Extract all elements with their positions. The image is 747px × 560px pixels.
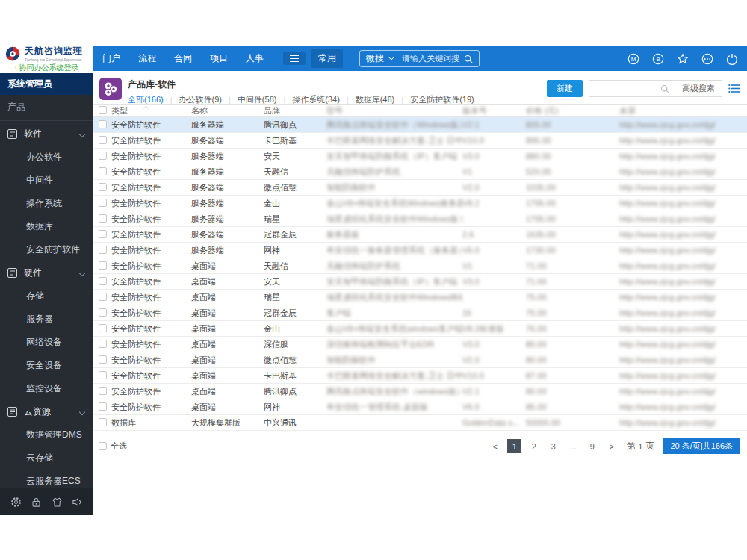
table-row[interactable]: 安全防护软件服务器端腾讯御点腾讯御点终端安全软件（Windows版）V2.180… <box>93 117 747 133</box>
table-row[interactable]: 安全防护软件桌面端瑞星瑞星虚拟化系统安全软件Windows终端75.00http… <box>93 290 747 305</box>
search-icon[interactable] <box>464 55 473 63</box>
row-checkbox[interactable] <box>99 402 107 411</box>
nav-menu-toggle[interactable] <box>283 52 306 65</box>
nav-common-button[interactable]: 常用 <box>311 49 343 68</box>
global-search-input[interactable]: 请输入关键词搜 <box>402 53 459 64</box>
row-checkbox[interactable] <box>99 387 107 395</box>
row-checkbox[interactable] <box>99 183 107 191</box>
sidebar-item[interactable]: 监控设备 <box>0 377 93 400</box>
cell: 服务器端 <box>191 245 264 256</box>
theme-shirt-icon[interactable] <box>52 497 63 508</box>
row-checkbox[interactable] <box>99 277 107 285</box>
sidebar-item[interactable]: 中间件 <box>0 169 93 192</box>
table-row[interactable]: 安全防护软件服务器端安天安天智甲终端防御系统（IP）客户端V3.0880.00h… <box>93 149 747 164</box>
row-checkbox[interactable] <box>99 293 107 301</box>
select-all-checkbox[interactable] <box>99 442 107 450</box>
sidebar-item[interactable]: 操作系统 <box>0 192 93 215</box>
page-next[interactable]: > <box>604 439 619 453</box>
table-row[interactable]: 数据库大规模集群版中兴通讯GoldenData s...50000.00http… <box>93 415 747 431</box>
cell: http://www.zjcg.gov.cn/djg/ <box>619 214 747 223</box>
sidebar-item[interactable]: 网络设备 <box>0 331 93 354</box>
topnav-item[interactable]: 门户 <box>102 52 120 65</box>
more-icon[interactable] <box>701 53 713 65</box>
page-3[interactable]: 3 <box>546 439 560 453</box>
table-row[interactable]: 安全防护软件服务器端冠群金辰服务器版2.61635.00http://www.z… <box>93 227 747 243</box>
row-checkbox[interactable] <box>99 120 107 128</box>
sidebar-item[interactable]: 办公软件 <box>0 146 93 169</box>
table-search-input[interactable] <box>589 81 655 96</box>
star-icon[interactable] <box>677 53 689 65</box>
search-icon[interactable] <box>655 84 675 93</box>
row-checkbox[interactable] <box>99 371 107 379</box>
speaker-icon[interactable] <box>72 497 83 508</box>
advanced-search-button[interactable]: 高级搜索 <box>675 81 722 96</box>
row-checkbox[interactable] <box>99 418 107 426</box>
page-number-input[interactable]: 1 <box>638 442 642 451</box>
topnav-item[interactable]: 人事 <box>246 52 264 65</box>
table-row[interactable]: 安全防护软件服务器端卡巴斯基卡巴斯基网络安全解决方案-卫士 日中版V10.089… <box>93 133 747 149</box>
table-row[interactable]: 安全防护软件桌面端天融信天融信终端防护系统V171.00http://www.z… <box>93 258 747 274</box>
sidebar-group[interactable]: 软件 <box>0 122 93 146</box>
sidebar-item[interactable]: 数据管理DMS <box>0 423 93 447</box>
row-checkbox[interactable] <box>99 136 107 144</box>
row-checkbox[interactable] <box>99 340 107 348</box>
gear-icon[interactable] <box>10 497 22 508</box>
tab-2[interactable]: 中间件(58) <box>238 94 277 105</box>
topnav-item[interactable]: 项目 <box>210 52 228 65</box>
topnav-item[interactable]: 流程 <box>138 52 156 65</box>
sidebar-item[interactable]: 服务器 <box>0 308 93 331</box>
table-row[interactable]: 安全防护软件服务器端瑞星瑞星虚拟化系统安全软件Windows版 终端1795.0… <box>93 211 747 227</box>
sidebar-item[interactable]: 云存储 <box>0 447 93 470</box>
row-checkbox[interactable] <box>99 230 107 238</box>
page-2[interactable]: 2 <box>527 439 541 453</box>
table-row[interactable]: 安全防护软件桌面端冠群金辰客户端1675.00http://www.zjcg.g… <box>93 305 747 321</box>
row-checkbox[interactable] <box>99 152 107 160</box>
row-checkbox[interactable] <box>99 355 107 364</box>
sidebar-item[interactable]: 数据库 <box>0 215 93 238</box>
tab-4[interactable]: 数据库(46) <box>356 94 395 105</box>
row-checkbox[interactable] <box>99 167 107 175</box>
list-view-icon[interactable] <box>728 84 740 93</box>
row-checkbox[interactable] <box>99 324 107 332</box>
sidebar-item[interactable]: 安全防护软件 <box>0 238 93 261</box>
tab-0[interactable]: 全部(166) <box>128 94 164 105</box>
sidebar-item[interactable]: 安全设备 <box>0 354 93 377</box>
message-icon[interactable]: e <box>652 53 664 65</box>
table-row[interactable]: 安全防护软件桌面端腾讯御点腾讯御点终端安全软件（windows版）V2.1V2.… <box>93 384 747 399</box>
tab-3[interactable]: 操作系统(34) <box>292 94 340 105</box>
row-checkbox[interactable] <box>99 261 107 270</box>
per-page-summary[interactable]: 20 条/页|共166条 <box>663 438 740 454</box>
row-checkbox[interactable] <box>99 246 107 254</box>
table-row[interactable]: 安全防护软件服务器端金山金山V8+终端安全系统Windows服务器版V8.217… <box>93 196 747 211</box>
tab-1[interactable]: 办公软件(9) <box>179 94 222 105</box>
new-button[interactable]: 新建 <box>547 80 583 97</box>
row-checkbox[interactable] <box>99 199 107 207</box>
table-row[interactable]: 安全防护软件桌面端金山金山V8+终端安全系统windows客户端V8.2标准版7… <box>93 321 747 337</box>
sidebar-group[interactable]: 硬件 <box>0 261 93 284</box>
sidebar-section-product[interactable]: 产品 <box>0 95 93 121</box>
table-row[interactable]: 安全防护软件桌面端网神奇安信统一管理系统-桌面版V6.085.00http://… <box>93 399 747 415</box>
table-row[interactable]: 安全防护软件服务器端微点佰慧智能防御软件V2.01035.00http://ww… <box>93 180 747 196</box>
tab-5[interactable]: 安全防护软件(19) <box>410 94 474 105</box>
wesearch-dropdown[interactable]: 微搜 <box>366 52 384 65</box>
table-row[interactable]: 安全防护软件桌面端安天安天智甲终端防御系统（IP）客户端V3.071.00htt… <box>93 274 747 290</box>
row-checkbox[interactable] <box>99 214 107 223</box>
cell: http://www.zjcg.gov.cn/djg/ <box>619 230 747 239</box>
table-row[interactable]: 安全防护软件服务器端网神奇安信统一服务器管理系统（服务器）V6.01730.00… <box>93 243 747 258</box>
lock-icon[interactable] <box>31 497 42 508</box>
page-1[interactable]: 1 <box>507 439 521 453</box>
topnav-item[interactable]: 合同 <box>174 52 192 65</box>
sidebar-item[interactable]: 存储 <box>0 284 93 308</box>
page-9[interactable]: 9 <box>585 439 599 453</box>
sidebar-group[interactable]: 云资源 <box>0 400 93 423</box>
table-row[interactable]: 安全防护软件服务器端天融信天融信终端防护系统V1520.00http://www… <box>93 164 747 180</box>
row-checkbox[interactable] <box>99 308 107 317</box>
table-row[interactable]: 安全防护软件桌面端卡巴斯基卡巴斯基网络安全解决方案-卫士 日中版 + 40台V1… <box>93 368 747 384</box>
m-badge-icon[interactable]: M <box>627 53 639 65</box>
collab-login-link[interactable]: · 协同办公系统登录 <box>4 63 89 73</box>
header-checkbox[interactable] <box>99 106 107 114</box>
power-icon[interactable] <box>726 53 738 65</box>
table-row[interactable]: 安全防护软件桌面端微点佰慧智能防御软件V2.080.00http://www.z… <box>93 352 747 368</box>
page-prev[interactable]: < <box>488 439 502 453</box>
table-row[interactable]: 安全防护软件桌面端深信服深信服终端检测响应平台EDRV3.080.00http:… <box>93 337 747 352</box>
